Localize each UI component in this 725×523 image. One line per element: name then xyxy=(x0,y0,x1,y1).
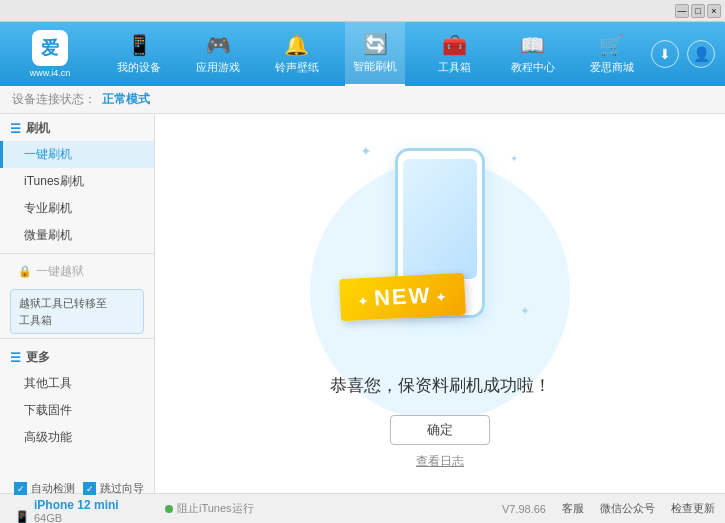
update-link[interactable]: 检查更新 xyxy=(671,501,715,516)
tutorial-icon: 📖 xyxy=(520,33,545,57)
skip-wizard-checkbox[interactable]: ✓ xyxy=(83,482,96,495)
locked-label: 一键越狱 xyxy=(36,263,84,280)
more-section-label: 更多 xyxy=(26,349,50,366)
nav-store-label: 爱思商城 xyxy=(590,60,634,75)
toolbox-icon: 🧰 xyxy=(442,33,467,57)
logo-area: 爱 www.i4.cn xyxy=(0,30,100,78)
success-text: 恭喜您，保资料刷机成功啦！ xyxy=(330,374,551,397)
sidebar-divider-2 xyxy=(0,338,154,339)
sidebar-note: 越狱工具已转移至 工具箱 xyxy=(10,289,144,334)
logo-url: www.i4.cn xyxy=(30,68,71,78)
sidebar-locked-jailbreak: 🔒 一键越狱 xyxy=(0,258,154,285)
sidebar-item-advanced[interactable]: 高级功能 xyxy=(0,424,154,451)
sparkle-2: ✦ xyxy=(510,153,518,164)
statusbar: 设备连接状态： 正常模式 xyxy=(0,86,725,114)
auto-detect-checkbox[interactable]: ✓ xyxy=(14,482,27,495)
sidebar-item-download-firmware[interactable]: 下载固件 xyxy=(0,397,154,424)
confirm-button[interactable]: 确定 xyxy=(390,415,490,445)
lock-icon: 🔒 xyxy=(18,265,32,278)
more-section-title: ☰ 更多 xyxy=(0,343,154,370)
flash-section-icon: ☰ xyxy=(10,122,21,136)
sidebar-divider-1 xyxy=(0,253,154,254)
sidebar-note-line2: 工具箱 xyxy=(19,314,52,326)
nav-apps-games[interactable]: 🎮 应用游戏 xyxy=(188,22,248,86)
close-button[interactable]: × xyxy=(707,4,721,18)
sidebar-note-line1: 越狱工具已转移至 xyxy=(19,297,107,309)
itunes-status-label: 阻止iTunes运行 xyxy=(177,501,254,516)
device-storage: 64GB xyxy=(34,512,123,523)
smart-flash-icon: 🔄 xyxy=(363,32,388,56)
user-button[interactable]: 👤 xyxy=(687,40,715,68)
download-button[interactable]: ⬇ xyxy=(651,40,679,68)
my-device-icon: 📱 xyxy=(127,33,152,57)
nav-toolbox-label: 工具箱 xyxy=(438,60,471,75)
wechat-link[interactable]: 微信公众号 xyxy=(600,501,655,516)
sidebar-item-itunes-flash[interactable]: iTunes刷机 xyxy=(0,168,154,195)
auto-detect-checkbox-area[interactable]: ✓ 自动检测 xyxy=(14,481,75,496)
support-link[interactable]: 客服 xyxy=(562,501,584,516)
sidebar: ☰ 刷机 一键刷机 iTunes刷机 专业刷机 微量刷机 🔒 一键越狱 越狱工具… xyxy=(0,114,155,493)
nav-apps-games-label: 应用游戏 xyxy=(196,60,240,75)
sidebar-item-pro-flash[interactable]: 专业刷机 xyxy=(0,195,154,222)
logo-icon-text: 爱 xyxy=(41,36,59,60)
sidebar-item-other-tools[interactable]: 其他工具 xyxy=(0,370,154,397)
nav-tutorial-label: 教程中心 xyxy=(511,60,555,75)
main-layout: ☰ 刷机 一键刷机 iTunes刷机 专业刷机 微量刷机 🔒 一键越狱 越狱工具… xyxy=(0,114,725,493)
phone-illustration: ✦ ✦ ✦ NEW xyxy=(340,138,540,358)
version-text: V7.98.66 xyxy=(502,503,546,515)
store-icon: 🛒 xyxy=(599,33,624,57)
status-value: 正常模式 xyxy=(102,91,150,108)
auto-detect-label: 自动检测 xyxy=(31,481,75,496)
nav-ringtones-label: 铃声壁纸 xyxy=(275,60,319,75)
bottombar: ✓ 自动检测 ✓ 跳过向导 📱 iPhone 12 mini 64GB Down… xyxy=(0,493,725,523)
itunes-status-dot xyxy=(165,505,173,513)
device-name: iPhone 12 mini xyxy=(34,498,123,512)
nav-my-device[interactable]: 📱 我的设备 xyxy=(109,22,169,86)
flash-section-label: 刷机 xyxy=(26,120,50,137)
nav-items: 📱 我的设备 🎮 应用游戏 🔔 铃声壁纸 🔄 智能刷机 🧰 工具箱 📖 教程中心… xyxy=(100,22,651,86)
phone-screen xyxy=(403,159,477,279)
nav-toolbox[interactable]: 🧰 工具箱 xyxy=(424,22,484,86)
new-badge: NEW xyxy=(339,272,466,321)
status-label: 设备连接状态： xyxy=(12,91,96,108)
logo-icon: 爱 xyxy=(32,30,68,66)
view-log-link[interactable]: 查看日志 xyxy=(416,453,464,470)
sparkle-1: ✦ xyxy=(360,143,372,159)
sidebar-item-one-key-flash[interactable]: 一键刷机 xyxy=(0,141,154,168)
nav-my-device-label: 我的设备 xyxy=(117,60,161,75)
skip-wizard-checkbox-area[interactable]: ✓ 跳过向导 xyxy=(83,481,144,496)
ringtones-icon: 🔔 xyxy=(284,33,309,57)
content-inner: ✦ ✦ ✦ NEW 恭喜您，保资料刷机成功啦！ 确定 查看日志 xyxy=(330,138,551,470)
itunes-status: 阻止iTunes运行 xyxy=(165,501,254,516)
nav-right: ⬇ 👤 xyxy=(651,40,725,68)
apps-games-icon: 🎮 xyxy=(206,33,231,57)
nav-tutorial[interactable]: 📖 教程中心 xyxy=(503,22,563,86)
titlebar: — □ × xyxy=(0,0,725,22)
bottom-right: V7.98.66 客服 微信公众号 检查更新 xyxy=(254,501,715,516)
nav-store[interactable]: 🛒 爱思商城 xyxy=(582,22,642,86)
nav-ringtones[interactable]: 🔔 铃声壁纸 xyxy=(267,22,327,86)
skip-wizard-label: 跳过向导 xyxy=(100,481,144,496)
more-section-icon: ☰ xyxy=(10,351,21,365)
maximize-button[interactable]: □ xyxy=(691,4,705,18)
nav-smart-flash[interactable]: 🔄 智能刷机 xyxy=(345,22,405,86)
content-area: ✦ ✦ ✦ NEW 恭喜您，保资料刷机成功啦！ 确定 查看日志 xyxy=(155,114,725,493)
sparkle-3: ✦ xyxy=(520,304,530,318)
header: 爱 www.i4.cn 📱 我的设备 🎮 应用游戏 🔔 铃声壁纸 🔄 智能刷机 … xyxy=(0,22,725,86)
sidebar-item-micro-flash[interactable]: 微量刷机 xyxy=(0,222,154,249)
nav-smart-flash-label: 智能刷机 xyxy=(353,59,397,74)
minimize-button[interactable]: — xyxy=(675,4,689,18)
flash-section-title: ☰ 刷机 xyxy=(0,114,154,141)
